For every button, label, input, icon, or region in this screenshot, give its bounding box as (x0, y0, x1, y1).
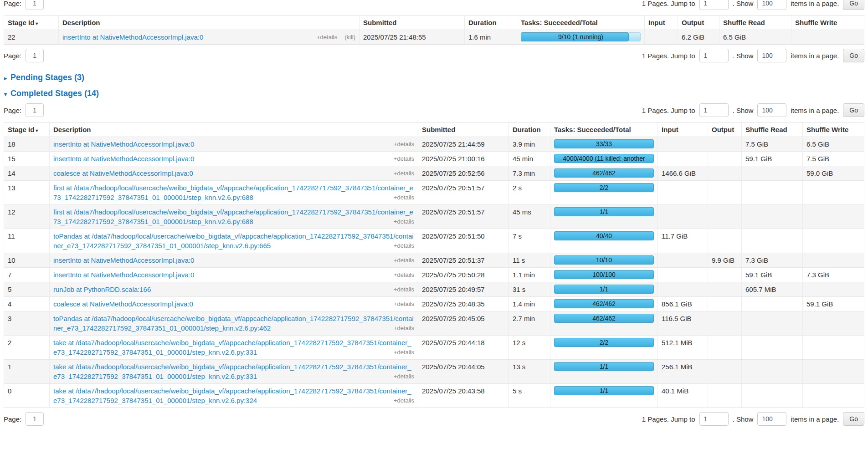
task-progress-bar: 462/462 (554, 299, 654, 308)
go-button[interactable]: Go (843, 0, 864, 10)
pending-stages-section-toggle[interactable]: ▸ Pending Stages (3) (4, 73, 868, 82)
stage-description-link[interactable]: runJob at PythonRDD.scala:166 (53, 285, 151, 293)
items-per-page-input[interactable] (757, 412, 786, 426)
task-progress-label: 462/462 (554, 314, 654, 323)
go-button[interactable]: Go (843, 412, 864, 426)
stage-id-cell: 5 (4, 282, 50, 297)
details-toggle[interactable]: +details (394, 325, 414, 331)
column-header-description[interactable]: Description (59, 15, 360, 30)
page-label: Page: (4, 415, 21, 423)
column-header-output[interactable]: Output (678, 15, 719, 30)
details-toggle[interactable]: +details (394, 257, 414, 264)
input-cell (658, 152, 708, 166)
go-button[interactable]: Go (843, 49, 864, 62)
table-row: 7 insertInto at NativeMethodAccessorImpl… (4, 268, 864, 282)
stage-description-link[interactable]: insertInto at NativeMethodAccessorImpl.j… (53, 256, 194, 264)
page-number-input[interactable] (26, 0, 44, 10)
details-toggle[interactable]: +details (394, 194, 414, 201)
stage-description-link[interactable]: insertInto at NativeMethodAccessorImpl.j… (53, 271, 194, 279)
column-header-stage-id[interactable]: Stage Id▾ (4, 122, 50, 137)
stage-description-link[interactable]: insertInto at NativeMethodAccessorImpl.j… (62, 33, 203, 41)
column-header-shuffle-write[interactable]: Shuffle Write (803, 122, 864, 137)
jump-to-page-input[interactable] (699, 0, 729, 10)
details-toggle[interactable]: +details (394, 301, 414, 307)
column-header-tasks[interactable]: Tasks: Succeeded/Total (550, 122, 658, 137)
page-number-input[interactable] (26, 49, 44, 62)
completed-stages-section-toggle[interactable]: ▾ Completed Stages (14) (4, 89, 868, 98)
column-header-submitted[interactable]: Submitted (360, 15, 465, 30)
details-toggle[interactable]: +details (394, 271, 414, 278)
items-in-page-text: items in a page. (791, 52, 839, 60)
stage-description-link[interactable]: coalesce at NativeMethodAccessorImpl.jav… (53, 169, 193, 177)
duration-cell: 45 min (509, 152, 550, 166)
task-progress-label: 1/1 (554, 362, 654, 371)
kill-link[interactable]: (kill) (344, 34, 355, 41)
column-header-input[interactable]: Input (658, 122, 708, 137)
details-toggle[interactable]: +details (394, 373, 414, 380)
column-header-shuffle-write[interactable]: Shuffle Write (791, 15, 864, 30)
details-toggle[interactable]: +details (394, 218, 414, 225)
stage-id-cell: 12 (4, 205, 50, 229)
stage-description-link[interactable]: take at /data7/hadoop/local/usercache/we… (53, 387, 411, 404)
expanded-arrow-icon: ▾ (4, 91, 7, 97)
column-header-description[interactable]: Description (50, 122, 418, 137)
active-table-pagination-top: Page: 1 Pages. Jump to . Show items in a… (0, 0, 868, 14)
task-progress-label: 10/10 (554, 255, 654, 265)
items-per-page-input[interactable] (757, 0, 786, 10)
details-toggle[interactable]: +details (394, 286, 414, 293)
stage-description-link[interactable]: first at /data7/hadoop/local/usercache/w… (53, 184, 413, 201)
stage-description-link[interactable]: toPandas at /data7/hadoop/local/usercach… (53, 315, 414, 332)
details-toggle[interactable]: +details (394, 349, 414, 356)
output-cell (708, 297, 742, 311)
submitted-cell: 2025/07/25 20:43:58 (418, 384, 509, 408)
page-number-input[interactable] (26, 103, 44, 117)
completed-table-pagination-bottom: Page: 1 Pages. Jump to . Show items in a… (0, 408, 868, 430)
details-toggle[interactable]: +details (394, 141, 414, 148)
column-header-output[interactable]: Output (708, 122, 742, 137)
input-cell (658, 268, 708, 282)
column-header-duration[interactable]: Duration (465, 15, 517, 30)
go-button[interactable]: Go (843, 103, 864, 117)
table-row: 1 take at /data7/hadoop/local/usercache/… (4, 360, 864, 384)
stage-id-cell: 14 (4, 166, 50, 181)
jump-to-page-input[interactable] (699, 103, 729, 117)
column-header-submitted[interactable]: Submitted (418, 122, 509, 137)
items-per-page-input[interactable] (757, 103, 786, 117)
details-toggle[interactable]: +details (394, 242, 414, 249)
column-header-shuffle-read[interactable]: Shuffle Read (719, 15, 791, 30)
stage-description-link[interactable]: coalesce at NativeMethodAccessorImpl.jav… (53, 300, 193, 308)
task-progress-bar: 10/10 (554, 255, 654, 265)
task-progress-label: 100/100 (554, 270, 654, 279)
shuffle-read-cell (742, 229, 803, 253)
show-text: . Show (733, 107, 754, 114)
output-cell (708, 229, 742, 253)
duration-cell: 31 s (509, 282, 550, 297)
submitted-cell: 2025/07/25 20:44:18 (418, 336, 509, 360)
stage-id-cell: 4 (4, 297, 50, 311)
details-toggle[interactable]: +details (317, 34, 337, 41)
stage-id-cell: 18 (4, 137, 50, 152)
stage-description-link[interactable]: toPandas at /data7/hadoop/local/usercach… (53, 232, 414, 250)
details-toggle[interactable]: +details (394, 155, 414, 162)
active-stages-table: Stage Id▾ Description Submitted Duration… (4, 15, 864, 45)
stage-id-cell: 15 (4, 152, 50, 166)
column-header-tasks[interactable]: Tasks: Succeeded/Total (517, 15, 645, 30)
details-toggle[interactable]: +details (394, 397, 414, 404)
jump-to-page-input[interactable] (699, 49, 729, 62)
column-header-input[interactable]: Input (645, 15, 678, 30)
column-header-duration[interactable]: Duration (509, 122, 550, 137)
stage-description-link[interactable]: insertInto at NativeMethodAccessorImpl.j… (53, 155, 194, 163)
jump-to-page-input[interactable] (699, 412, 729, 426)
shuffle-write-cell: 6.5 GiB (803, 137, 864, 152)
column-header-shuffle-read[interactable]: Shuffle Read (742, 122, 803, 137)
stage-description-link[interactable]: insertInto at NativeMethodAccessorImpl.j… (53, 140, 194, 148)
stage-description-link[interactable]: take at /data7/hadoop/local/usercache/we… (53, 339, 411, 356)
stage-description-link[interactable]: take at /data7/hadoop/local/usercache/we… (53, 363, 411, 380)
stage-description-link[interactable]: first at /data7/hadoop/local/usercache/w… (53, 208, 413, 225)
completed-stages-table: Stage Id▾ Description Submitted Duration… (4, 122, 864, 408)
page-number-input[interactable] (26, 412, 44, 426)
details-toggle[interactable]: +details (394, 170, 414, 177)
column-header-stage-id[interactable]: Stage Id▾ (4, 15, 59, 30)
description-cell: insertInto at NativeMethodAccessorImpl.j… (59, 30, 360, 45)
items-per-page-input[interactable] (757, 49, 786, 62)
